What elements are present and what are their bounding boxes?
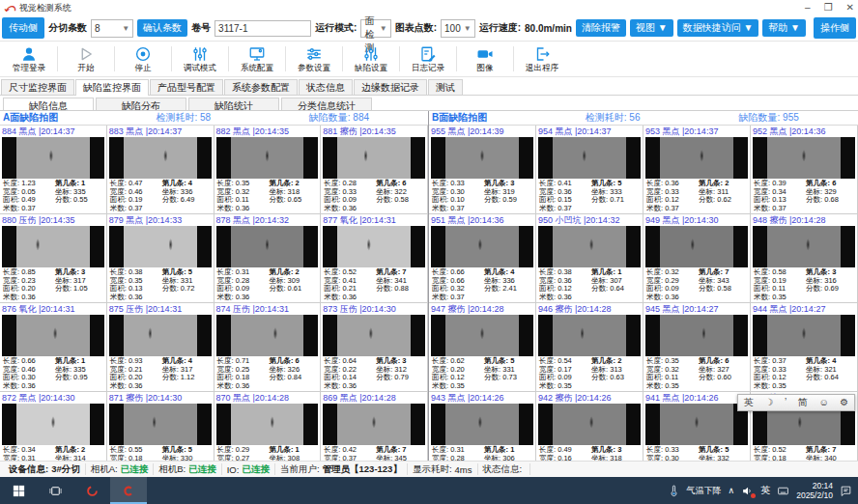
action-center-icon[interactable] — [840, 485, 852, 497]
defect-image[interactable] — [753, 315, 855, 356]
action-exit-button[interactable]: 退出程序 — [515, 44, 569, 73]
main-tab-6[interactable]: 测试 — [428, 79, 463, 95]
defect-image[interactable] — [216, 315, 319, 356]
maximize-button[interactable]: ❐ — [824, 2, 833, 14]
close-button[interactable]: ✕ — [846, 2, 854, 14]
start-button[interactable] — [0, 477, 37, 504]
ime-simplified[interactable]: 简 — [798, 396, 808, 409]
defect-image[interactable] — [431, 404, 533, 445]
defect-image[interactable] — [109, 137, 212, 179]
defect-cell[interactable]: 880 压伤 |20:14:35长度: 0.85宽度: 0.23面积: 0.20… — [0, 214, 107, 303]
action-play-button[interactable]: 开始 — [59, 44, 113, 73]
main-tab-3[interactable]: 系统参数配置 — [224, 79, 298, 95]
defect-cell[interactable]: 870 黑点 |20:14:28长度: 0.29宽度: 0.27面积: 0.08… — [214, 392, 322, 462]
ime-moon-icon[interactable]: ☽ — [764, 396, 773, 409]
defect-image[interactable] — [2, 226, 104, 267]
language-indicator[interactable]: 英 — [760, 484, 770, 497]
defect-image[interactable] — [431, 315, 533, 356]
defect-cell[interactable]: 946 擦伤 |20:14:28长度: 0.54宽度: 0.17面积: 0.09… — [536, 303, 644, 392]
defect-cell[interactable]: 954 黑点 |20:14:37长度: 0.41宽度: 0.36面积: 0.15… — [536, 126, 644, 214]
defect-cell[interactable]: 875 压伤 |20:14:31长度: 0.93宽度: 0.21面积: 0.20… — [107, 303, 214, 392]
action-stop-button[interactable]: 停止 — [116, 44, 170, 73]
keyboard-icon[interactable] — [777, 485, 789, 497]
ime-settings-icon[interactable]: ⚙ — [840, 396, 848, 409]
defect-cell[interactable]: 872 黑点 |20:14:30长度: 0.34宽度: 0.31面积: 0.11… — [0, 392, 107, 462]
defect-cell[interactable]: 883 黑点 |20:14:37长度: 0.47宽度: 0.46面积: 0.19… — [107, 126, 214, 214]
defect-image[interactable] — [431, 226, 533, 267]
inspection-app-active[interactable] — [110, 477, 147, 504]
defect-image[interactable] — [323, 226, 425, 267]
defect-cell[interactable]: 951 黑点 |20:14:36长度: 0.66宽度: 0.66面积: 0.32… — [429, 214, 536, 303]
slit-count-select[interactable]: 8▼ — [91, 19, 133, 38]
defect-cell[interactable]: 882 黑点 |20:14:35长度: 0.35宽度: 0.32面积: 0.11… — [214, 126, 322, 214]
defect-cell[interactable]: 953 黑点 |20:14:37长度: 0.36宽度: 0.33面积: 0.12… — [644, 126, 751, 214]
defect-cell[interactable]: 869 黑点 |20:14:28长度: 0.42宽度: 0.37面积: 0.16… — [321, 392, 428, 462]
defect-image[interactable] — [538, 137, 641, 179]
data-quick-access-menu-button[interactable]: 数据快捷访问 ▼ — [677, 19, 759, 37]
action-user-button[interactable]: 管理登录 — [2, 44, 56, 73]
defect-image[interactable] — [645, 404, 748, 445]
defect-image[interactable] — [323, 404, 425, 445]
action-log-button[interactable]: 日志记录 — [401, 44, 455, 73]
defect-image[interactable] — [109, 226, 212, 267]
run-mode-select[interactable]: 双面检测▼ — [360, 19, 390, 38]
defect-image[interactable] — [645, 315, 748, 356]
volume-icon[interactable] — [741, 485, 754, 497]
defect-cell[interactable]: 881 擦伤 |20:14:35长度: 0.28宽度: 0.33面积: 0.09… — [321, 126, 428, 214]
main-tab-0[interactable]: 尺寸监控界面 — [1, 79, 74, 95]
pinned-app-red[interactable] — [73, 477, 110, 504]
defect-image[interactable] — [216, 137, 319, 179]
ime-english[interactable]: 英 — [744, 396, 754, 409]
main-tab-2[interactable]: 产品型号配置 — [150, 79, 223, 95]
action-defect-button[interactable]: 缺陷设置 — [344, 44, 398, 73]
defect-image[interactable] — [216, 226, 319, 267]
defect-image[interactable] — [323, 137, 425, 179]
view-menu-button[interactable]: 视图 ▼ — [630, 19, 673, 37]
taskbar-clock[interactable]: 20:14 2025/2/10 — [796, 481, 833, 500]
defect-cell[interactable]: 873 压伤 |20:14:30长度: 0.64宽度: 0.22面积: 0.14… — [321, 303, 428, 392]
defect-cell[interactable]: 877 氧化 |20:14:31长度: 0.52宽度: 0.41面积: 0.21… — [321, 214, 428, 303]
hidden-icons-caret[interactable]: ∧ — [729, 486, 735, 495]
drive-side-button[interactable]: 传动侧 — [2, 17, 44, 39]
main-tab-4[interactable]: 状态信息 — [299, 79, 353, 95]
main-tab-1[interactable]: 缺陷监控界面 — [75, 79, 149, 96]
defect-cell[interactable]: 884 黑点 |20:14:37长度: 1.23宽度: 0.05面积: 0.49… — [0, 126, 107, 214]
action-camera-button[interactable]: 图像 — [458, 44, 512, 73]
defect-cell[interactable]: 943 黑点 |20:14:26长度: 0.31宽度: 0.28面积: 0.09… — [429, 392, 536, 462]
defect-image[interactable] — [2, 137, 104, 179]
defect-cell[interactable]: 876 氧化 |20:14:31长度: 0.66宽度: 0.46面积: 0.30… — [0, 303, 107, 392]
defect-image[interactable] — [216, 404, 319, 445]
defect-image[interactable] — [753, 137, 855, 179]
defect-image[interactable] — [2, 404, 104, 445]
defect-cell[interactable]: 879 黑点 |20:14:33长度: 0.38宽度: 0.35面积: 0.13… — [107, 214, 214, 303]
action-params-button[interactable]: 参数设置 — [287, 44, 341, 73]
ime-toolbar[interactable]: 英☽’简☺⚙ — [737, 394, 855, 411]
defect-image[interactable] — [538, 404, 641, 445]
action-monitor-button[interactable]: 系统配置 — [230, 44, 284, 73]
defect-image[interactable] — [109, 404, 212, 445]
roll-number-input[interactable] — [214, 20, 311, 37]
defect-image[interactable] — [538, 226, 641, 267]
defect-cell[interactable]: 878 黑点 |20:14:32长度: 0.31宽度: 0.28面积: 0.09… — [214, 214, 322, 303]
defect-cell[interactable]: 952 黑点 |20:14:36长度: 0.39宽度: 0.34面积: 0.13… — [751, 126, 858, 214]
defect-image[interactable] — [753, 226, 855, 267]
weather-text[interactable]: 气温下降 — [687, 485, 722, 497]
defect-image[interactable] — [2, 315, 104, 356]
main-tab-5[interactable]: 边缘数据记录 — [354, 79, 427, 95]
ime-smiley-icon[interactable]: ☺ — [818, 396, 828, 409]
defect-image[interactable] — [645, 226, 748, 267]
defect-cell[interactable]: 945 黑点 |20:14:27长度: 0.35宽度: 0.32面积: 0.11… — [644, 303, 751, 392]
defect-cell[interactable]: 941 黑点 |20:14:26长度: 0.33宽度: 0.30面积: 0.10… — [644, 392, 751, 462]
defect-cell[interactable]: 871 擦伤 |20:14:30长度: 0.55宽度: 0.18面积: 0.10… — [107, 392, 214, 462]
chart-points-select[interactable]: 100▼ — [441, 19, 475, 38]
defect-image[interactable] — [323, 315, 425, 356]
defect-image[interactable] — [431, 137, 533, 179]
defect-cell[interactable]: 955 黑点 |20:14:39长度: 0.33宽度: 0.30面积: 0.10… — [429, 126, 536, 214]
defect-cell[interactable]: 950 小凹坑 |20:14:32长度: 0.38宽度: 0.36面积: 0.1… — [536, 214, 644, 303]
clear-alarm-button[interactable]: 清除报警 — [576, 19, 626, 37]
defect-cell[interactable]: 949 黑点 |20:14:30长度: 0.32宽度: 0.29面积: 0.09… — [644, 214, 751, 303]
defect-image[interactable] — [645, 137, 748, 179]
defect-image[interactable] — [538, 315, 641, 356]
defect-cell[interactable]: 942 擦伤 |20:14:26长度: 0.49宽度: 0.16面积: 0.08… — [536, 392, 644, 462]
minimize-button[interactable]: – — [805, 2, 811, 14]
